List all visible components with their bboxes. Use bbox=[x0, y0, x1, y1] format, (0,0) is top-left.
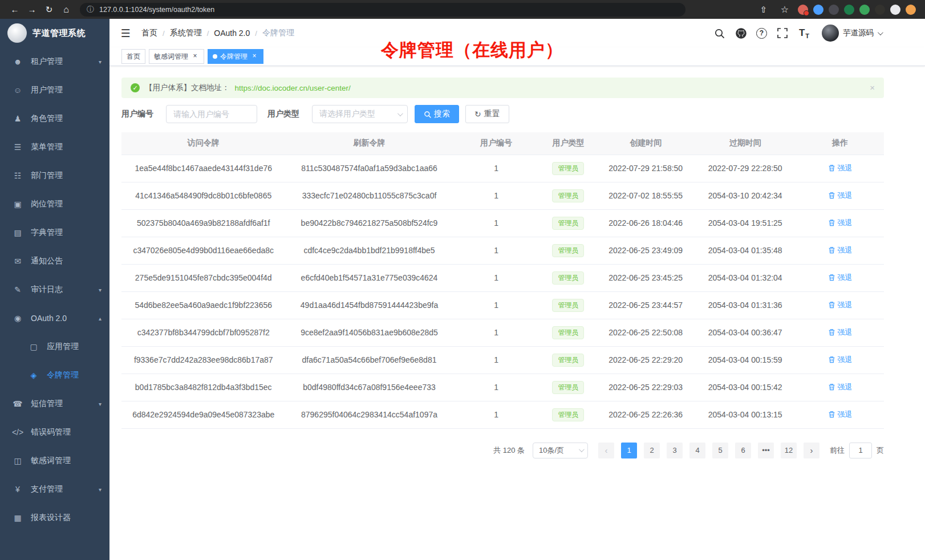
extension-icon[interactable] bbox=[859, 5, 870, 15]
sidebar-item-label: 错误码管理 bbox=[31, 427, 71, 437]
sidebar-item[interactable]: ¥ 支付管理 ▾ bbox=[0, 475, 109, 504]
github-icon[interactable] bbox=[735, 27, 747, 39]
prev-page-button[interactable] bbox=[598, 443, 614, 458]
page-number-button[interactable]: 6 bbox=[735, 443, 751, 458]
sidebar-item[interactable]: ☎ 短信管理 ▾ bbox=[0, 389, 109, 418]
create-time-cell: 2022-06-25 22:29:20 bbox=[597, 346, 694, 374]
force-logout-button[interactable]: 强退 bbox=[828, 300, 853, 310]
user-type-badge: 管理员 bbox=[552, 408, 584, 421]
breadcrumb-item[interactable]: OAuth 2.0 bbox=[214, 29, 250, 38]
user-type-cell: 管理员 bbox=[539, 155, 598, 182]
user-menu[interactable]: 芋道源码 bbox=[822, 25, 882, 42]
page-number-button[interactable]: 5 bbox=[712, 443, 728, 458]
help-icon[interactable] bbox=[756, 28, 767, 39]
page-number-button[interactable]: 3 bbox=[667, 443, 683, 458]
sidebar-item[interactable]: ✎ 审计日志 ▾ bbox=[0, 275, 109, 304]
user-type-cell: 管理员 bbox=[539, 291, 598, 319]
force-logout-button[interactable]: 强退 bbox=[828, 190, 853, 201]
banner-close-icon[interactable] bbox=[870, 83, 875, 92]
force-logout-button[interactable]: 强退 bbox=[828, 273, 853, 283]
chevron-down-icon bbox=[397, 111, 403, 116]
user-id-cell: 1 bbox=[453, 264, 539, 291]
force-logout-button[interactable]: 强退 bbox=[828, 382, 853, 392]
extension-icon[interactable] bbox=[798, 5, 808, 15]
user-id-input[interactable] bbox=[166, 105, 257, 123]
sidebar-item[interactable]: ☺ 用户管理 bbox=[0, 76, 109, 104]
user-type-select[interactable]: 请选择用户类型 bbox=[312, 105, 408, 123]
profile-avatar[interactable] bbox=[906, 5, 916, 15]
sidebar-item[interactable]: ◈ 令牌管理 bbox=[0, 361, 109, 389]
breadcrumb-item[interactable]: 首页 bbox=[141, 28, 157, 38]
tab[interactable]: 令牌管理 bbox=[208, 49, 263, 64]
sidebar-item[interactable]: ▤ 字典管理 bbox=[0, 218, 109, 247]
site-info-icon[interactable] bbox=[87, 5, 94, 15]
search-icon[interactable] bbox=[713, 27, 725, 39]
sidebar-item[interactable]: ☷ 部门管理 bbox=[0, 161, 109, 190]
force-logout-button[interactable]: 强退 bbox=[828, 163, 853, 173]
page-size-select[interactable]: 10条/页 bbox=[533, 443, 588, 458]
expire-time-cell: 2054-03-04 00:36:47 bbox=[694, 319, 796, 346]
extension-icon[interactable] bbox=[875, 5, 885, 15]
force-logout-button[interactable]: 强退 bbox=[828, 218, 853, 228]
payment-management-icon: ¥ bbox=[11, 485, 24, 494]
page-number-button[interactable]: ••• bbox=[758, 443, 774, 458]
browser-reload-icon[interactable] bbox=[41, 2, 57, 17]
page-number-button[interactable]: 4 bbox=[689, 443, 705, 458]
user-type-cell: 管理员 bbox=[539, 264, 598, 291]
page-number-button[interactable]: 12 bbox=[781, 443, 797, 458]
breadcrumb-item[interactable]: 系统管理 bbox=[170, 28, 202, 38]
share-icon[interactable] bbox=[756, 2, 772, 17]
sidebar-item-label: 支付管理 bbox=[31, 484, 63, 494]
page-number-button[interactable]: 1 bbox=[621, 443, 637, 458]
extension-icon[interactable] bbox=[844, 5, 854, 15]
sidebar-item[interactable]: </> 错误码管理 bbox=[0, 418, 109, 447]
force-logout-button[interactable]: 强退 bbox=[828, 409, 853, 420]
action-cell: 强退 bbox=[796, 346, 884, 374]
user-management-icon: ☺ bbox=[11, 86, 24, 95]
header-actions bbox=[713, 27, 810, 39]
tab[interactable]: 首页 bbox=[121, 49, 145, 64]
browser-back-icon[interactable] bbox=[7, 2, 23, 17]
breadcrumb-item[interactable]: 令牌管理 bbox=[262, 28, 294, 38]
sidebar-item[interactable]: ✉ 通知公告 bbox=[0, 247, 109, 275]
extension-icon[interactable] bbox=[829, 5, 839, 15]
tab-close-icon[interactable] bbox=[250, 52, 258, 60]
user-type-cell: 管理员 bbox=[539, 319, 598, 346]
sidebar-item[interactable]: ▣ 岗位管理 bbox=[0, 190, 109, 218]
fullscreen-icon[interactable] bbox=[776, 27, 789, 39]
sidebar-item-label: 审计日志 bbox=[31, 285, 63, 295]
reset-button[interactable]: 重置 bbox=[465, 105, 509, 123]
sidebar-collapse-icon[interactable] bbox=[119, 27, 132, 40]
sidebar-item[interactable]: ☰ 菜单管理 bbox=[0, 133, 109, 161]
force-logout-button[interactable]: 强退 bbox=[828, 355, 853, 365]
bookmark-star-icon[interactable] bbox=[777, 2, 793, 17]
font-size-icon[interactable] bbox=[798, 27, 810, 39]
sidebar-item-label: 应用管理 bbox=[47, 342, 79, 352]
sidebar-item[interactable]: ◫ 敏感词管理 bbox=[0, 447, 109, 475]
next-page-button[interactable] bbox=[804, 443, 819, 458]
side-panel-icon[interactable] bbox=[890, 5, 900, 15]
browser-home-icon[interactable] bbox=[58, 2, 74, 17]
tab-close-icon[interactable] bbox=[191, 52, 199, 60]
sidebar-item-label: 角色管理 bbox=[31, 113, 63, 124]
table-column-header: 用户类型 bbox=[539, 132, 598, 155]
sidebar-item[interactable]: ▦ 报表设计器 bbox=[0, 504, 109, 532]
browser-address-bar[interactable]: 127.0.0.1:1024/system/oauth2/token bbox=[80, 3, 685, 17]
refresh-icon bbox=[474, 109, 481, 119]
page-number-button[interactable]: 2 bbox=[644, 443, 660, 458]
extension-icon[interactable] bbox=[813, 5, 823, 15]
browser-forward-icon[interactable] bbox=[24, 2, 40, 17]
search-button[interactable]: 搜索 bbox=[415, 105, 459, 123]
sidebar-item[interactable]: ♟ 角色管理 bbox=[0, 104, 109, 133]
sidebar-item[interactable]: ▢ 应用管理 bbox=[0, 332, 109, 361]
sidebar-item[interactable]: ◉ OAuth 2.0 ▴ bbox=[0, 304, 109, 332]
doc-link[interactable]: https://doc.iocoder.cn/user-center/ bbox=[235, 84, 351, 92]
chevron-down-icon bbox=[579, 447, 585, 452]
app-logo[interactable]: 芋道管理系统 bbox=[0, 19, 109, 47]
goto-page-input[interactable] bbox=[849, 443, 872, 458]
force-logout-button[interactable]: 强退 bbox=[828, 245, 853, 255]
sidebar-item[interactable]: ☻ 租户管理 ▾ bbox=[0, 47, 109, 76]
force-logout-button[interactable]: 强退 bbox=[828, 327, 853, 338]
table-row: b0d1785bc3a8482f812db4a3f3bd15ec b0df498… bbox=[121, 374, 884, 401]
tab[interactable]: 敏感词管理 bbox=[149, 49, 204, 64]
